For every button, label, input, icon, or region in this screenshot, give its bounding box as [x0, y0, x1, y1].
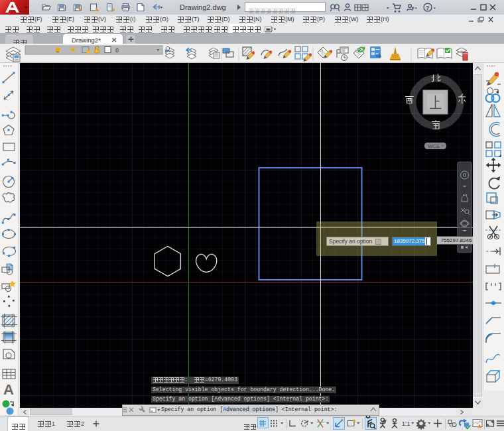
svg-text:1:1: 1:1 [402, 420, 410, 427]
svg-text:A: A [3, 381, 14, 398]
svg-text:?: ? [426, 5, 430, 11]
svg-text:0: 0 [115, 47, 119, 54]
svg-text:WCS: WCS [428, 143, 440, 149]
